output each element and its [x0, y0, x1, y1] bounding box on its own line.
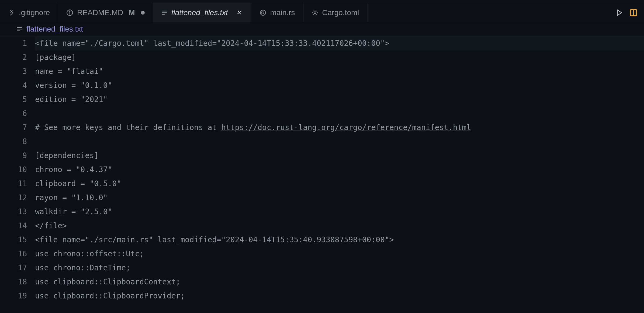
code-line[interactable]: <file name="./src/main.rs" last_modified… — [35, 233, 644, 247]
line-number: 8 — [8, 135, 27, 149]
code-line[interactable]: chrono = "0.4.37" — [35, 163, 644, 177]
code-line[interactable]: walkdir = "2.5.0" — [35, 205, 644, 219]
close-icon[interactable]: ✕ — [234, 8, 243, 17]
line-number: 19 — [8, 289, 27, 303]
tab-label: flattened_files.txt — [171, 8, 228, 17]
code-line[interactable]: edition = "2021" — [35, 93, 644, 107]
svg-point-6 — [260, 10, 266, 15]
line-number: 13 — [8, 205, 27, 219]
line-number: 9 — [8, 149, 27, 163]
editor: 12345678910111213141516171819 <file name… — [0, 36, 644, 303]
gutter: 12345678910111213141516171819 — [0, 36, 35, 303]
code-line[interactable]: use clipboard::ClipboardContext; — [35, 275, 644, 289]
tab-status: M — [129, 8, 135, 17]
code-line[interactable]: # See more keys and their definitions at… — [35, 121, 644, 135]
tabs-row: .gitignoreREADME.MDMflattened_files.txt✕… — [0, 3, 644, 22]
breadcrumb-label[interactable]: flattened_files.txt — [26, 25, 83, 33]
line-number: 14 — [8, 219, 27, 233]
line-number: 18 — [8, 275, 27, 289]
tab-actions — [609, 9, 644, 17]
line-number: 15 — [8, 233, 27, 247]
line-number: 11 — [8, 177, 27, 191]
dirty-indicator — [141, 11, 145, 15]
code-line[interactable]: [dependencies] — [35, 149, 644, 163]
code-area[interactable]: <file name="./Cargo.toml" last_modified=… — [35, 36, 644, 303]
line-number: 7 — [8, 121, 27, 135]
layout-icon[interactable] — [629, 9, 638, 17]
code-line[interactable]: </file> — [35, 219, 644, 233]
gear-icon — [311, 9, 318, 16]
line-number: 4 — [8, 79, 27, 93]
line-number: 1 — [8, 36, 27, 50]
breadcrumb: flattened_files.txt — [0, 22, 644, 36]
tab-main-rs[interactable]: main.rs — [251, 3, 303, 22]
line-number: 3 — [8, 64, 27, 79]
code-line[interactable]: rayon = "1.10.0" — [35, 191, 644, 205]
code-line[interactable]: [package] — [35, 50, 644, 64]
line-number: 12 — [8, 191, 27, 205]
info-icon — [66, 9, 73, 16]
svg-point-2 — [70, 11, 70, 12]
tab-flattened-files-txt[interactable]: flattened_files.txt✕ — [153, 3, 251, 22]
code-line[interactable] — [35, 135, 644, 149]
tab-label: Cargo.toml — [322, 8, 359, 17]
tab-label: README.MD — [77, 8, 123, 17]
tab-cargo-toml[interactable]: Cargo.toml — [303, 3, 368, 22]
tab-label: .gitignore — [19, 8, 50, 17]
lines-icon — [16, 26, 23, 32]
manifest-link[interactable]: https://doc.rust-lang.org/cargo/referenc… — [221, 123, 471, 132]
code-line[interactable]: use chrono::DateTime; — [35, 261, 644, 275]
code-line[interactable]: version = "0.1.0" — [35, 79, 644, 93]
code-line[interactable]: use chrono::offset::Utc; — [35, 247, 644, 261]
diff-icon — [8, 9, 15, 16]
line-number: 6 — [8, 107, 27, 121]
lines-icon — [161, 9, 168, 16]
code-line[interactable] — [35, 107, 644, 121]
line-number: 5 — [8, 93, 27, 107]
line-number: 10 — [8, 163, 27, 177]
svg-rect-9 — [631, 10, 633, 15]
line-number: 2 — [8, 50, 27, 64]
tab--gitignore[interactable]: .gitignore — [0, 3, 58, 22]
svg-point-7 — [314, 12, 316, 13]
code-line[interactable]: use clipboard::ClipboardProvider; — [35, 289, 644, 303]
code-line[interactable]: name = "flatai" — [35, 64, 644, 79]
svg-rect-10 — [634, 10, 636, 15]
rust-icon — [259, 9, 266, 16]
code-line[interactable]: clipboard = "0.5.0" — [35, 177, 644, 191]
window-topbar — [0, 0, 644, 3]
line-number: 16 — [8, 247, 27, 261]
line-number: 17 — [8, 261, 27, 275]
tab-readme-md[interactable]: README.MDM — [58, 3, 153, 22]
tab-label: main.rs — [270, 8, 295, 17]
code-line[interactable]: <file name="./Cargo.toml" last_modified=… — [35, 36, 644, 50]
run-icon[interactable] — [615, 9, 623, 16]
